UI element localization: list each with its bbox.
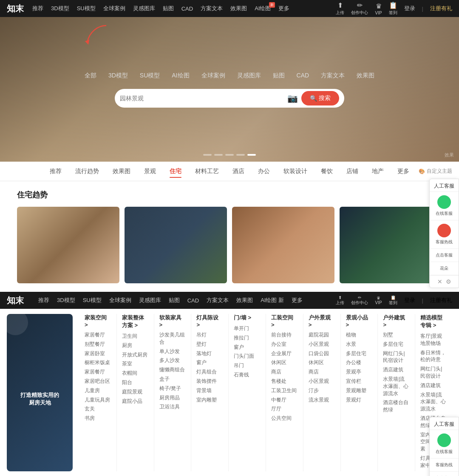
menu-item[interactable]: 壁灯	[196, 341, 223, 348]
menu-col-title-6[interactable]: 户外景观 >	[309, 314, 335, 328]
nav-item-fangan[interactable]: 方案文本	[201, 5, 223, 12]
cat-custom[interactable]: 🎨 自定义主题	[419, 168, 452, 175]
nav-item-xiaoguotu[interactable]: 效果图	[230, 5, 247, 12]
filter-tab-tietu[interactable]: 贴图	[271, 71, 286, 80]
menu-item[interactable]: 沙发美几组合	[159, 331, 186, 346]
second-nav-ai[interactable]: AI绘图 新	[261, 296, 284, 304]
menu-item[interactable]: 休闲区	[309, 359, 335, 366]
nav-item-ai[interactable]: AI绘图 新	[255, 5, 271, 12]
nav-item-linggan[interactable]: 灵感图库	[133, 5, 155, 12]
second-nav-cad[interactable]: CAD	[187, 297, 199, 304]
menu-col-title-8[interactable]: 户外建筑 >	[383, 314, 410, 328]
second-vip-btn[interactable]: ♛ VIP	[375, 296, 382, 305]
menu-col-title-7[interactable]: 景观小品 >	[346, 314, 373, 328]
camera-icon[interactable]: 📷	[287, 93, 298, 103]
cat-xiaoguotu[interactable]: 效果图	[113, 166, 130, 177]
menu-col-title-3[interactable]: 灯具陈设 >	[196, 314, 223, 328]
second-nav-quanqiu[interactable]: 全球案例	[109, 296, 131, 304]
image-card-2[interactable]	[125, 207, 227, 283]
cat-dianpu[interactable]: 店铺	[346, 166, 358, 177]
upload-btn[interactable]: ⬆ 上传	[336, 1, 344, 16]
menu-item[interactable]: 阳台	[122, 379, 149, 386]
create-center-btn[interactable]: ✏ 创作中心	[351, 1, 368, 16]
menu-item[interactable]: 商店	[271, 368, 298, 376]
second-login-btn[interactable]: 登录	[404, 296, 415, 304]
logo[interactable]: 知末	[7, 3, 24, 14]
menu-col-title-9[interactable]: 精选模型专辑 >	[420, 314, 447, 329]
menu-item[interactable]: 衣帽间	[122, 370, 149, 377]
second-create-btn[interactable]: ✏ 创作中心	[351, 295, 368, 306]
cat-tuijian[interactable]: 推荐	[50, 166, 62, 177]
second-logo[interactable]: 知末	[7, 295, 24, 306]
menu-item[interactable]: 汀步	[309, 387, 335, 394]
cat-cailiao[interactable]: 材料工艺	[195, 166, 219, 177]
cat-liuxing[interactable]: 流行趋势	[75, 166, 99, 177]
menu-item[interactable]: 家居卧室	[85, 350, 111, 357]
menu-item[interactable]: 多层住宅	[346, 350, 373, 357]
menu-item[interactable]: 景观雕塑	[346, 387, 373, 394]
menu-item[interactable]: 酒店建筑	[420, 382, 447, 389]
filter-tab-ai[interactable]: AI绘图	[170, 71, 191, 80]
menu-item[interactable]: 室内雕塑	[196, 396, 223, 404]
menu-item[interactable]: 办公室	[271, 341, 298, 348]
cat-jiudian[interactable]: 酒店	[232, 166, 244, 177]
menu-col-title-2[interactable]: 软装家具 >	[159, 314, 186, 328]
second-upload-btn[interactable]: ⬆ 上传	[336, 295, 344, 306]
menu-item[interactable]: 多人沙发	[159, 357, 186, 364]
menu-item[interactable]: 吊灯	[196, 331, 223, 339]
menu-item[interactable]: 单人沙发	[159, 348, 186, 355]
second-checkin-btn[interactable]: 📋 签到	[389, 295, 397, 306]
float2-click[interactable]: 点击客服	[430, 472, 459, 476]
float-settings-icon[interactable]: ⚙	[446, 278, 451, 285]
menu-item[interactable]: 前台接待	[271, 331, 298, 339]
menu-item[interactable]: 水景墙|流水瀑面、心源流水	[383, 376, 410, 397]
nav-item-more[interactable]: 更多	[278, 5, 289, 12]
menu-item[interactable]: 景观灯	[346, 396, 373, 404]
filter-tab-quanqiu[interactable]: 全球案例	[200, 71, 227, 80]
cat-ruanzhuang[interactable]: 软装设计	[283, 166, 307, 177]
menu-item[interactable]: 玄关	[85, 405, 111, 413]
menu-item[interactable]: 工装卫生间	[271, 387, 298, 394]
image-card-3[interactable]	[232, 207, 334, 283]
menu-item[interactable]: 儿童玩具房	[85, 396, 111, 404]
menu-item[interactable]: 窗户	[234, 344, 261, 351]
menu-item[interactable]: 商店	[309, 368, 335, 376]
menu-item[interactable]: 洒店建筑	[383, 366, 410, 373]
menu-item[interactable]: 灯具组合	[196, 368, 223, 376]
menu-item[interactable]: 客厅|景观地景物场	[420, 333, 447, 347]
menu-item[interactable]: 小区景观	[309, 341, 335, 348]
second-nav-linggan[interactable]: 灵感图库	[139, 296, 161, 304]
menu-item[interactable]: 庭院花园	[309, 331, 335, 339]
menu-col-title-0[interactable]: 家装空间 >	[85, 314, 111, 328]
menu-item[interactable]: 水景墙|流水瀑面、心源流水	[420, 391, 447, 413]
nav-item-tietu[interactable]: 贴图	[163, 5, 174, 12]
image-card-4[interactable]	[340, 207, 442, 283]
menu-item[interactable]: 休闲区	[271, 359, 298, 366]
menu-item[interactable]: 多层住宅	[383, 341, 410, 348]
menu-item[interactable]: 卫浴洁具	[159, 403, 186, 410]
menu-item[interactable]: 厨房用品	[159, 394, 186, 402]
menu-col-title-4[interactable]: 门/墙 >	[234, 314, 261, 322]
second-nav-su[interactable]: SU模型	[83, 296, 102, 304]
cat-dichan[interactable]: 地产	[372, 166, 384, 177]
float-phone-service[interactable]: 客服热线	[430, 220, 459, 249]
nav-item-su[interactable]: SU模型	[77, 5, 96, 12]
cat-canyin[interactable]: 餐饮	[321, 166, 333, 177]
menu-item[interactable]: 椅子/凳子	[159, 385, 186, 392]
menu-item[interactable]: 卫生间	[122, 333, 149, 340]
menu-item[interactable]: 厅厅	[271, 405, 298, 413]
second-nav-more[interactable]: 更多	[292, 296, 303, 304]
nav-item-3d[interactable]: 3D模型	[51, 5, 69, 12]
nav-item-quanqiu[interactable]: 全球案例	[103, 5, 125, 12]
filter-tab-su[interactable]: SU模型	[138, 71, 162, 80]
menu-item[interactable]: 书房	[85, 415, 111, 422]
second-nav-fangan[interactable]: 方案文本	[207, 296, 229, 304]
menu-item[interactable]: 办公楼	[346, 359, 373, 366]
menu-item[interactable]: 售楼处	[271, 378, 298, 385]
register-btn[interactable]: 注册有礼	[430, 5, 452, 12]
menu-item[interactable]: 企业展厅	[271, 350, 298, 357]
menu-item[interactable]: 儿童房	[85, 387, 111, 394]
menu-item[interactable]: 落地灯	[196, 350, 223, 357]
nav-item-cad[interactable]: CAD	[181, 6, 193, 12]
search-button[interactable]: 🔍 搜索	[301, 91, 339, 105]
